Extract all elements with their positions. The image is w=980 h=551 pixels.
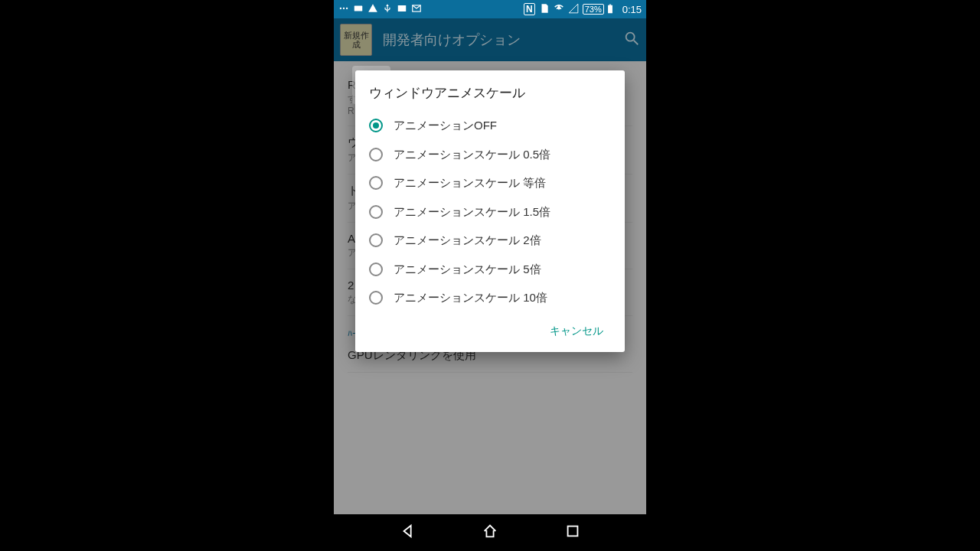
svg-point-1: [343, 7, 345, 8]
battery-indicator: 73%: [583, 4, 616, 15]
cancel-button[interactable]: キャンセル: [542, 318, 611, 344]
signal-icon: [568, 3, 579, 16]
radio-label: アニメーションスケール 0.5倍: [394, 147, 550, 162]
svg-rect-10: [567, 527, 577, 536]
battery-percent: 73%: [583, 4, 604, 15]
radio-icon: [369, 262, 383, 276]
sd-icon: [539, 3, 550, 16]
nfc-icon: N: [524, 3, 535, 15]
usb-icon: [382, 3, 393, 16]
radio-option-5[interactable]: アニメーションスケール 5倍: [369, 255, 611, 284]
back-icon[interactable]: [400, 523, 416, 543]
status-bar: N 73% 0:15: [334, 0, 646, 18]
phone-screen: N 73% 0:15 新規作成 開発者向けオプション RすRウアトアAア2な ﾊ…: [334, 0, 646, 551]
recent-icon[interactable]: [564, 523, 581, 543]
home-icon[interactable]: [482, 523, 498, 543]
svg-rect-7: [609, 5, 611, 5]
radio-icon: [369, 205, 383, 219]
radio-label: アニメーションスケール 10倍: [394, 290, 547, 305]
radio-option-0[interactable]: アニメーションOFF: [369, 111, 611, 140]
gmail-icon: [411, 3, 422, 16]
animation-scale-dialog: ウィンドウアニメスケール アニメーションOFFアニメーションスケール 0.5倍ア…: [355, 70, 625, 352]
svg-point-0: [340, 7, 341, 8]
radio-label: アニメーションスケール 2倍: [394, 233, 541, 248]
radio-icon: [369, 233, 383, 247]
radio-icon: [369, 291, 383, 305]
radio-icon: [369, 119, 383, 132]
radio-option-6[interactable]: アニメーションスケール 10倍: [369, 283, 611, 312]
radio-option-1[interactable]: アニメーションスケール 0.5倍: [369, 140, 611, 169]
svg-rect-4: [398, 5, 407, 11]
radio-label: アニメーションスケール 等倍: [394, 175, 546, 191]
navigation-bar: [334, 514, 646, 551]
radio-label: アニメーションスケール 5倍: [394, 262, 541, 277]
radio-icon: [369, 148, 383, 161]
wifi-icon: [554, 3, 564, 16]
svg-rect-3: [354, 5, 363, 11]
image-icon: [397, 3, 407, 16]
clock: 0:15: [622, 4, 642, 15]
dialog-title: ウィンドウアニメスケール: [369, 84, 611, 102]
folder-icon: [353, 3, 364, 16]
svg-point-2: [346, 7, 348, 8]
svg-rect-6: [608, 5, 612, 14]
radio-option-2[interactable]: アニメーションスケール 等倍: [369, 168, 611, 197]
radio-option-3[interactable]: アニメーションスケール 1.5倍: [369, 197, 611, 227]
notification-icon: [338, 3, 349, 16]
radio-label: アニメーションスケール 1.5倍: [394, 204, 550, 220]
radio-icon: [369, 176, 383, 190]
radio-option-4[interactable]: アニメーションスケール 2倍: [369, 226, 611, 255]
warning-icon: [368, 3, 378, 16]
radio-label: アニメーションOFF: [394, 118, 497, 133]
